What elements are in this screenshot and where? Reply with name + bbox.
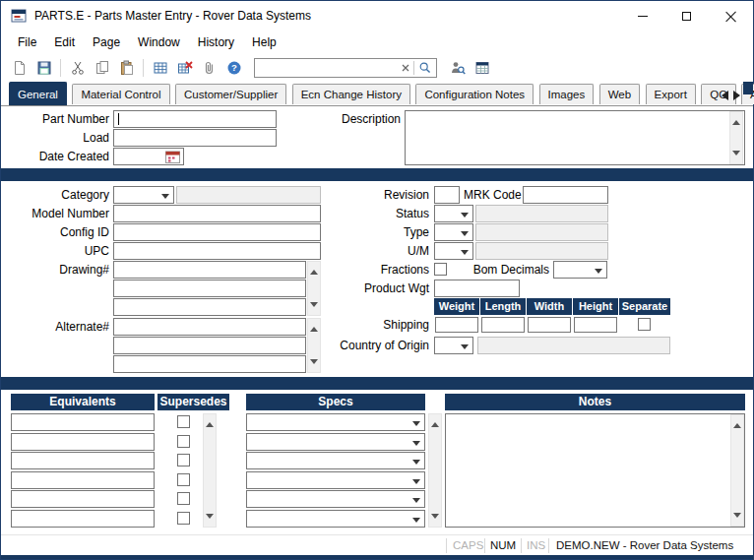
product-wgt-input[interactable] (434, 280, 520, 297)
clear-search-button[interactable] (398, 64, 413, 72)
upc-label: UPC (11, 242, 109, 260)
browse-records-button[interactable] (148, 56, 172, 80)
country-display-field (477, 337, 670, 354)
shipping-width-input[interactable] (528, 317, 571, 333)
shipping-separate-checkbox[interactable] (638, 318, 651, 331)
search-input[interactable] (255, 60, 398, 76)
scroll-up-icon (310, 323, 318, 332)
menu-page[interactable]: Page (84, 31, 129, 53)
country-combo[interactable] (434, 337, 473, 354)
equivalents-input-3[interactable] (11, 452, 155, 469)
save-button[interactable] (31, 56, 56, 80)
part-number-input[interactable] (113, 110, 277, 128)
tab-configuration-notes[interactable]: Configuration Notes (415, 84, 534, 104)
notes-header: Notes (445, 394, 745, 410)
specs-combo-2[interactable] (246, 433, 425, 451)
copy-button[interactable] (90, 56, 114, 80)
paste-button[interactable] (114, 56, 139, 80)
supersedes-checkbox-3[interactable] (177, 454, 190, 467)
attachments-button[interactable] (197, 56, 221, 80)
menu-edit[interactable]: Edit (45, 31, 84, 53)
menu-bar: File Edit Page Window History Help (1, 31, 753, 54)
supersedes-checkbox-2[interactable] (177, 435, 190, 448)
shipping-height-input[interactable] (574, 317, 617, 333)
description-scrollbar[interactable] (729, 111, 743, 164)
config-id-input[interactable] (113, 223, 321, 241)
equivalents-input-2[interactable] (11, 433, 155, 451)
tab-general[interactable]: General (9, 82, 67, 105)
specs-combo-3[interactable] (246, 452, 425, 469)
shipping-length-input[interactable] (481, 317, 525, 333)
supersedes-checkbox-1[interactable] (177, 415, 190, 428)
load-input[interactable] (113, 129, 277, 147)
equivalents-input-4[interactable] (11, 471, 155, 489)
supersedes-scrollbar[interactable] (203, 413, 217, 528)
tab-material-control[interactable]: Material Control (72, 84, 169, 104)
equivalents-input-1[interactable] (11, 413, 155, 431)
tab-images[interactable]: Images (539, 84, 595, 104)
fractions-label: Fractions (336, 261, 429, 279)
minimize-button[interactable] (620, 1, 664, 31)
model-number-input[interactable] (113, 205, 321, 222)
drawing-input-2[interactable] (113, 280, 306, 297)
help-button[interactable]: ? (221, 56, 246, 80)
supersedes-checkbox-5[interactable] (177, 492, 190, 505)
drawing-input-1[interactable] (113, 261, 306, 279)
menu-window[interactable]: Window (129, 31, 189, 53)
specs-scrollbar[interactable] (428, 413, 442, 528)
user-search-icon (450, 60, 466, 76)
search-button[interactable] (414, 61, 436, 75)
specs-combo-4[interactable] (246, 471, 425, 489)
specs-combo-6[interactable] (246, 510, 425, 528)
tab-customer-supplier[interactable]: Customer/Supplier (175, 84, 286, 104)
supersedes-checkbox-6[interactable] (177, 512, 190, 525)
status-combo[interactable] (434, 205, 473, 222)
menu-history[interactable]: History (189, 31, 243, 53)
text-caret (118, 113, 119, 125)
alternate-scrollbar[interactable] (307, 318, 321, 373)
cut-button[interactable] (65, 56, 90, 80)
menu-help[interactable]: Help (243, 31, 285, 53)
type-combo[interactable] (434, 223, 473, 241)
mrk-code-input[interactable] (523, 186, 608, 204)
equivalents-input-5[interactable] (11, 490, 155, 508)
menu-file[interactable]: File (9, 31, 45, 53)
alternate-input-3[interactable] (113, 355, 306, 373)
shipping-weight-input[interactable] (435, 317, 478, 333)
description-textarea[interactable] (405, 110, 745, 165)
notes-textarea[interactable] (445, 413, 745, 528)
table-view-button[interactable] (470, 56, 494, 80)
fractions-checkbox[interactable] (434, 263, 447, 276)
specs-combo-1[interactable] (246, 413, 425, 431)
specs-combo-5[interactable] (246, 490, 425, 508)
um-label: U/M (336, 242, 429, 260)
close-button[interactable] (709, 1, 753, 31)
tab-overflow-button[interactable] (743, 82, 753, 94)
drawing-scrollbar[interactable] (307, 261, 321, 316)
supersedes-checkbox-4[interactable] (177, 473, 190, 486)
category-combo[interactable] (113, 186, 174, 204)
dims-header-height: Height (573, 298, 618, 315)
date-picker-button[interactable] (164, 150, 181, 164)
window-border-bottom (1, 555, 753, 559)
user-lookup-button[interactable] (445, 56, 470, 80)
tab-ecn-change-history[interactable]: Ecn Change History (292, 84, 410, 104)
title-bar: PARTS.E - Parts Master Entry - Rover Dat… (1, 1, 753, 31)
drawing-input-3[interactable] (113, 298, 306, 316)
upc-input[interactable] (113, 242, 321, 260)
notes-scrollbar[interactable] (730, 414, 744, 527)
statusbar-separator (548, 538, 549, 553)
tab-export[interactable]: Export (646, 84, 696, 104)
alternate-input-1[interactable] (113, 318, 306, 336)
delete-record-button[interactable] (172, 56, 197, 80)
tab-scroll-right-icon[interactable] (733, 91, 740, 100)
new-button[interactable] (7, 56, 31, 80)
um-combo[interactable] (434, 242, 473, 260)
revision-input[interactable] (434, 186, 460, 204)
alternate-input-2[interactable] (113, 337, 306, 354)
bom-decimals-combo[interactable] (553, 261, 607, 279)
tab-web[interactable]: Web (599, 84, 640, 104)
tab-scroll-left-icon[interactable] (722, 91, 728, 100)
equivalents-input-6[interactable] (11, 510, 155, 528)
maximize-button[interactable] (664, 1, 709, 31)
